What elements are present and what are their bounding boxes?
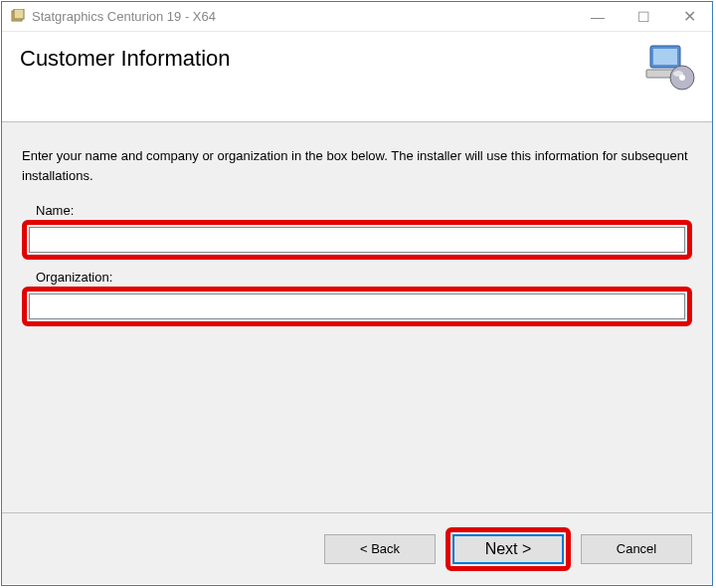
name-input[interactable]: [29, 227, 685, 253]
organization-label: Organization:: [36, 270, 692, 285]
content-area: Enter your name and company or organizat…: [2, 122, 712, 512]
button-bar: < Back Next > Cancel: [2, 512, 712, 584]
svg-rect-3: [653, 49, 677, 65]
cancel-button[interactable]: Cancel: [581, 534, 692, 564]
name-field-group: Name:: [22, 203, 692, 260]
computer-disc-icon: [644, 42, 696, 98]
next-highlight: Next >: [446, 527, 571, 571]
window-title: Statgraphics Centurion 19 - X64: [32, 9, 575, 24]
titlebar: Statgraphics Centurion 19 - X64 — ☐ ✕: [2, 2, 712, 32]
close-button[interactable]: ✕: [666, 2, 712, 31]
page-title: Customer Information: [20, 46, 231, 72]
back-button[interactable]: < Back: [324, 534, 436, 564]
organization-highlight: [22, 287, 692, 326]
next-button[interactable]: Next >: [452, 534, 564, 564]
organization-field-group: Organization:: [22, 270, 692, 326]
svg-point-7: [673, 71, 683, 77]
organization-input[interactable]: [29, 294, 685, 319]
installer-window: Statgraphics Centurion 19 - X64 — ☐ ✕ Cu…: [1, 1, 713, 586]
name-highlight: [22, 220, 692, 260]
instruction-text: Enter your name and company or organizat…: [22, 146, 692, 185]
installer-icon: [10, 9, 26, 25]
header-area: Customer Information: [2, 32, 712, 121]
minimize-button[interactable]: —: [575, 2, 621, 31]
name-label: Name:: [36, 203, 692, 218]
window-controls: — ☐ ✕: [575, 2, 712, 31]
maximize-button: ☐: [621, 2, 666, 31]
svg-rect-1: [14, 9, 24, 19]
